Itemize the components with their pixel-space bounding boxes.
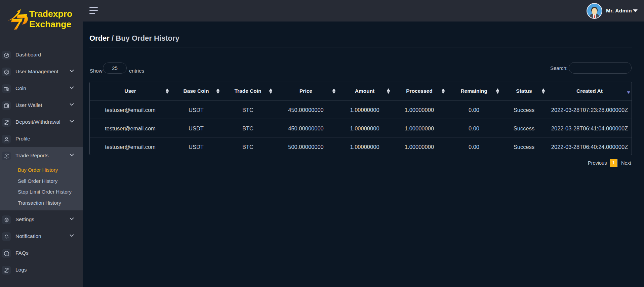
svg-text:$: $ (6, 121, 7, 124)
svg-text:$: $ (7, 88, 8, 90)
svg-text:?: ? (6, 252, 7, 255)
svg-text:$: $ (6, 269, 7, 272)
svg-text:$: $ (6, 155, 7, 157)
